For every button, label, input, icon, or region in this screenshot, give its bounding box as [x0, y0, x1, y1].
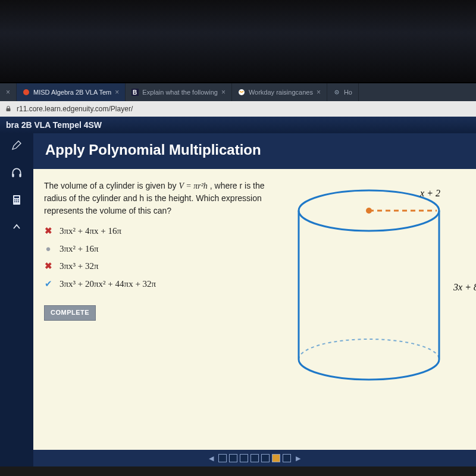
- complete-button[interactable]: COMPLETE: [44, 305, 96, 321]
- option-text: 3πx² + 16π: [60, 243, 99, 256]
- svg-point-5: [336, 92, 337, 93]
- tab-blank[interactable]: ×: [0, 83, 17, 101]
- extension-icon: [333, 89, 340, 96]
- left-toolbar: [0, 133, 33, 466]
- tab-workday[interactable]: Workday raisingcanes ×: [232, 83, 327, 101]
- close-icon[interactable]: ×: [221, 88, 226, 96]
- stem-pre: The volume of a cylinder is given by: [44, 181, 178, 190]
- stem-formula: V = πr²h: [178, 181, 207, 190]
- svg-rect-8: [19, 174, 21, 177]
- nav-step[interactable]: [218, 454, 227, 462]
- svg-rect-7: [12, 174, 14, 177]
- lesson-workspace: Apply Polynomial Multiplication The volu…: [0, 133, 476, 466]
- mark-unselected-icon: ●: [44, 243, 52, 256]
- cylinder-figure: x + 2 3x + 8: [286, 181, 476, 395]
- svg-point-14: [14, 201, 15, 202]
- slide-content: Apply Polynomial Multiplication The volu…: [33, 133, 476, 466]
- nav-step[interactable]: [229, 454, 237, 462]
- slide-title: Apply Polynomial Multiplication: [33, 133, 476, 169]
- svg-point-13: [18, 199, 19, 201]
- svg-point-0: [23, 89, 29, 95]
- nav-step[interactable]: [240, 454, 248, 462]
- nav-step[interactable]: [283, 454, 291, 462]
- browser-tab-strip: × MISD Algebra 2B VLA Tem × B Explain wh…: [0, 83, 476, 101]
- headphones-icon[interactable]: [8, 164, 25, 181]
- mark-wrong-icon: ✖: [44, 225, 52, 238]
- tab-label: MISD Algebra 2B VLA Tem: [33, 89, 111, 96]
- option-text: 3πx² + 4πx + 16π: [60, 225, 121, 238]
- pencil-icon[interactable]: [8, 137, 25, 154]
- option-d[interactable]: ✔ 3πx³ + 20πx² + 44πx + 32π: [44, 278, 276, 291]
- tab-misd-algebra[interactable]: MISD Algebra 2B VLA Tem ×: [17, 83, 126, 101]
- option-text: 3πx³ + 20πx² + 44πx + 32π: [60, 278, 156, 291]
- calculator-icon[interactable]: [8, 192, 25, 208]
- tab-partial[interactable]: Ho: [327, 83, 359, 101]
- course-header: bra 2B VLA Tempel 4SW: [0, 117, 476, 133]
- close-icon[interactable]: ×: [115, 88, 119, 96]
- nav-prev-icon[interactable]: ◀: [206, 455, 216, 462]
- close-icon[interactable]: ×: [317, 88, 321, 96]
- collapse-icon[interactable]: [8, 219, 25, 236]
- nav-step[interactable]: [261, 454, 270, 462]
- canvas-icon: [23, 89, 30, 96]
- nav-step[interactable]: [250, 454, 259, 462]
- lock-icon: [5, 105, 12, 112]
- option-b[interactable]: ● 3πx² + 16π: [44, 243, 276, 256]
- height-label: 3x + 8: [453, 282, 476, 293]
- question-panel: The volume of a cylinder is given by V =…: [44, 180, 276, 444]
- svg-point-12: [16, 199, 17, 201]
- svg-text:B: B: [133, 89, 137, 96]
- course-title: bra 2B VLA Tempel 4SW: [6, 120, 102, 130]
- option-a[interactable]: ✖ 3πx² + 4πx + 16π: [44, 225, 276, 238]
- tab-label: Explain what the following: [142, 89, 218, 96]
- tab-label: Workday raisingcanes: [249, 89, 313, 96]
- option-c[interactable]: ✖ 3πx³ + 32π: [44, 260, 276, 273]
- address-bar[interactable]: r11.core.learn.edgenuity.com/Player/: [0, 101, 476, 117]
- answer-options: ✖ 3πx² + 4πx + 16π ● 3πx² + 16π ✖ 3πx³ +…: [44, 225, 276, 291]
- mark-wrong-icon: ✖: [44, 260, 52, 273]
- nav-next-icon[interactable]: ▶: [293, 455, 303, 462]
- tab-brainly[interactable]: B Explain what the following ×: [126, 83, 232, 101]
- option-text: 3πx³ + 32π: [60, 260, 99, 273]
- svg-point-16: [18, 201, 19, 202]
- svg-point-15: [16, 201, 17, 202]
- photo-background-top: [0, 0, 476, 83]
- svg-rect-6: [7, 108, 11, 111]
- svg-rect-10: [14, 196, 19, 198]
- slide-body: The volume of a cylinder is given by V =…: [33, 169, 476, 450]
- url-text: r11.core.learn.edgenuity.com/Player/: [17, 105, 133, 113]
- svg-point-11: [14, 199, 15, 201]
- radius-label: x + 2: [420, 188, 440, 199]
- nav-step-current[interactable]: [272, 454, 280, 462]
- lesson-nav-footer: ◀ ▶: [33, 450, 476, 466]
- close-icon[interactable]: ×: [6, 88, 10, 96]
- workday-icon: [238, 89, 245, 96]
- question-stem: The volume of a cylinder is given by V =…: [44, 180, 276, 217]
- tab-label: Ho: [344, 89, 352, 96]
- brainly-icon: B: [131, 89, 139, 96]
- mark-correct-icon: ✔: [44, 278, 52, 291]
